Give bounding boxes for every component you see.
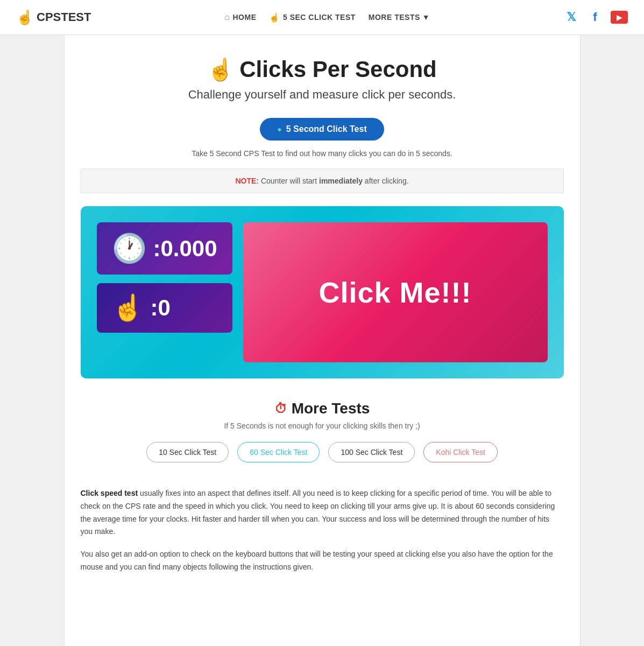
- cps-description: Take 5 Second CPS Test to find out how m…: [81, 149, 564, 158]
- note-box: NOTE: Counter will start immediately aft…: [81, 168, 564, 193]
- nav-links: ⌂ HOME ☝ 5 SEC CLICK TEST MORE TESTS ▼: [224, 12, 430, 23]
- cps-btn-icon: ●: [277, 125, 281, 134]
- hundred-sec-test-button[interactable]: 100 Sec Click Test: [328, 442, 415, 462]
- game-area: 🕐 :0.000 ☝ :0 Click Me!!!: [81, 206, 564, 378]
- hand-icon: ☝: [269, 12, 280, 23]
- five-second-test-button[interactable]: ● 5 Second Click Test: [260, 118, 384, 141]
- nav-more-tests[interactable]: MORE TESTS ▼: [369, 13, 430, 22]
- logo-text: CPSTEST: [37, 10, 91, 24]
- nav-social: 𝕏 f ▶: [563, 9, 628, 25]
- nav-home[interactable]: ⌂ HOME: [224, 12, 256, 22]
- hero-title-icon: ☝: [207, 57, 234, 82]
- note-text: Counter will start: [261, 177, 319, 185]
- sixty-sec-test-button[interactable]: 60 Sec Click Test: [237, 442, 320, 462]
- clicks-box: ☝ :0: [97, 283, 232, 333]
- more-tests-title: ⏱ More Tests: [81, 400, 564, 417]
- navbar: ☝ CPSTEST ⌂ HOME ☝ 5 SEC CLICK TEST MORE…: [0, 0, 644, 35]
- more-tests-section: ⏱ More Tests If 5 Seconds is not enough …: [81, 400, 564, 462]
- timer-icon: 🕐: [112, 232, 147, 265]
- hero-title: ☝ Clicks Per Second: [81, 57, 564, 82]
- article-section: Click speed test usually fixes into an a…: [81, 482, 564, 574]
- timer-box: 🕐 :0.000: [97, 222, 232, 275]
- ten-sec-test-button[interactable]: 10 Sec Click Test: [146, 442, 229, 462]
- twitter-icon[interactable]: 𝕏: [563, 9, 579, 25]
- cps-button-wrap: ● 5 Second Click Test: [81, 118, 564, 141]
- kohi-test-button[interactable]: Kohi Click Test: [423, 442, 498, 462]
- game-stats: 🕐 :0.000 ☝ :0: [97, 222, 232, 362]
- note-text2: after clicking.: [365, 177, 409, 185]
- note-label: NOTE:: [235, 177, 259, 185]
- youtube-icon[interactable]: ▶: [611, 11, 628, 24]
- chevron-down-icon: ▼: [422, 13, 430, 22]
- site-logo[interactable]: ☝ CPSTEST: [16, 9, 91, 26]
- hero-subtitle: Challenge yourself and measure click per…: [81, 88, 564, 102]
- logo-icon: ☝: [16, 9, 33, 26]
- home-icon: ⌂: [224, 12, 230, 22]
- click-me-button[interactable]: Click Me!!!: [243, 222, 548, 362]
- timer-value: :0.000: [153, 236, 217, 262]
- note-bold: immediately: [319, 177, 363, 185]
- article-paragraph-1: Click speed test usually fixes into an a…: [81, 487, 564, 538]
- article-paragraph-2: You also get an add-on option to check o…: [81, 548, 564, 574]
- nav-sec-click[interactable]: ☝ 5 SEC CLICK TEST: [269, 12, 355, 23]
- facebook-icon[interactable]: f: [587, 9, 603, 25]
- test-buttons: 10 Sec Click Test 60 Sec Click Test 100 …: [81, 442, 564, 462]
- hero-section: ☝ Clicks Per Second Challenge yourself a…: [81, 57, 564, 102]
- more-tests-icon: ⏱: [274, 401, 287, 416]
- clicks-icon: ☝: [112, 293, 144, 323]
- main-content: ☝ Clicks Per Second Challenge yourself a…: [64, 35, 581, 646]
- more-tests-subtitle: If 5 Seconds is not enough for your clic…: [81, 422, 564, 430]
- clicks-value: :0: [151, 295, 171, 321]
